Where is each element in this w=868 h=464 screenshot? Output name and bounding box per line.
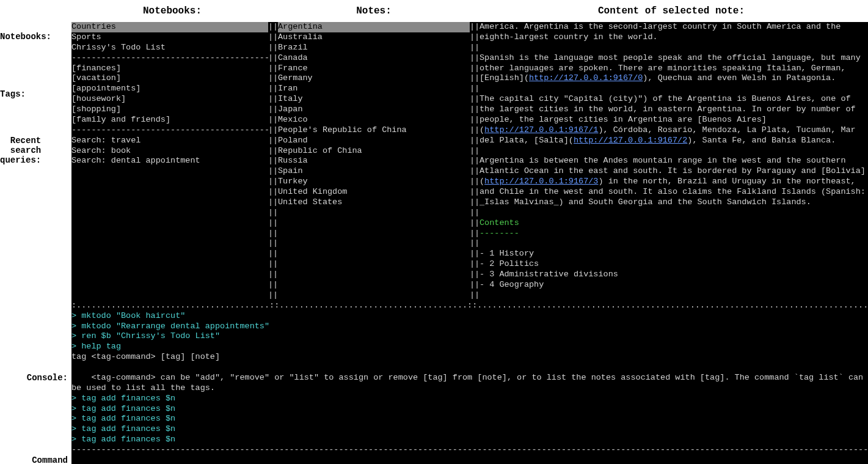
search-history-item[interactable]: Search: travel (71, 136, 268, 146)
console-history-line: > help tag (71, 342, 868, 352)
note-item[interactable]: Mexico (278, 115, 470, 125)
content-para: Argentina is between the Andes mountain … (480, 156, 868, 207)
side-label-console: Console: (0, 311, 71, 445)
note-item[interactable]: United Kingdom (278, 187, 470, 197)
console-help-usage: tag <tag-command> [tag] [note] (71, 352, 868, 363)
note-item[interactable]: People's Republic of China (278, 125, 470, 136)
notebook-item[interactable]: Countries (71, 22, 268, 32)
contents-underline: -------- (480, 229, 868, 239)
note-item[interactable]: Italy (278, 94, 470, 105)
note-item[interactable]: Iran (278, 84, 470, 94)
toc-item[interactable]: - 4 Geography (480, 280, 868, 290)
divider: ---------------------------------------- (71, 125, 268, 136)
note-item[interactable]: United States (278, 197, 470, 208)
command-input[interactable]: > tag add "family and friends" $n (71, 455, 868, 464)
content-para: America. Argentina is the second-largest… (480, 22, 868, 43)
search-history-item[interactable]: Search: dental appointment (71, 156, 268, 166)
content-para: The capital city "Capital (city)") of th… (480, 94, 868, 145)
tag-item[interactable]: [shopping] (71, 105, 268, 115)
console-history-line: > mktodo "Book haircut" (71, 311, 868, 322)
tag-item[interactable]: [housework] (71, 94, 268, 105)
column-headers: Notebooks: Notes: Content of selected no… (0, 0, 868, 22)
contents-heading: Contents (480, 218, 868, 229)
tag-item[interactable]: [finances] (71, 64, 268, 74)
console-history-line: > tag add finances $n (71, 424, 868, 435)
note-item[interactable]: Argentina (278, 22, 470, 32)
header-content: Content of selected note: (475, 5, 868, 17)
column-separator: || || || || || || || || || || || || || |… (268, 22, 278, 301)
toc-item[interactable]: - 2 Politics (480, 259, 868, 270)
tag-item[interactable]: [vacation] (71, 73, 268, 84)
side-label-tags: Tags: (0, 89, 26, 100)
console-history-line: > tag add finances $n (71, 435, 868, 445)
side-label-notebooks: Notebooks: (0, 32, 51, 42)
console-history-line: > mktodo "Rearrange dental appointments" (71, 322, 868, 332)
column-separator: || || || || || || || || || || || || || |… (470, 22, 480, 301)
note-item[interactable]: Brazil (278, 43, 470, 53)
side-label-searches: Recentsearchqueries: (0, 136, 41, 165)
console-output[interactable]: > mktodo "Book haircut"> mktodo "Rearran… (71, 311, 868, 445)
note-item[interactable]: Spain (278, 166, 470, 177)
content-link[interactable]: http://127.0.0.1:9167/2 (574, 136, 687, 145)
note-item[interactable]: Russia (278, 156, 470, 166)
notebook-item[interactable]: Sports (71, 32, 268, 43)
tag-item[interactable]: [family and friends] (71, 115, 268, 125)
notebooks-panel[interactable]: CountriesSportsChrissy's Todo List -----… (71, 22, 268, 301)
content-link[interactable]: http://127.0.0.1:9167/1 (484, 125, 598, 134)
note-item[interactable]: Poland (278, 136, 470, 146)
console-history-line: > tag add finances $n (71, 394, 868, 404)
console-history-line: > tag add finances $n (71, 414, 868, 424)
toc-item[interactable]: - 1 History (480, 249, 868, 259)
note-item[interactable]: Australia (278, 32, 470, 43)
note-item[interactable]: Germany (278, 73, 470, 84)
search-history-item[interactable]: Search: book (71, 146, 268, 157)
note-item[interactable]: Japan (278, 105, 470, 115)
header-notebooks: Notebooks: (71, 5, 273, 17)
note-item[interactable]: Canada (278, 53, 470, 64)
console-history-line: > ren $b "Chrissy's Todo List" (71, 331, 868, 342)
notes-panel[interactable]: ArgentinaAustraliaBrazilCanadaFranceGerm… (278, 22, 470, 301)
content-para: Spanish is the language most people spea… (480, 53, 868, 84)
horizontal-divider: :.......................................… (71, 301, 868, 311)
main-panels: Notebooks: Tags: Recentsearchqueries: Co… (0, 22, 868, 301)
console-history-line: > tag add finances $n (71, 404, 868, 414)
note-item[interactable]: Republic of China (278, 146, 470, 157)
note-item[interactable]: France (278, 64, 470, 74)
content-link[interactable]: http://127.0.0.1:9167/0 (529, 73, 643, 83)
command-line-panel: Commandline: > tag add "family and frien… (0, 455, 868, 464)
horizontal-divider: ----------------------------------------… (71, 445, 868, 455)
notebook-item[interactable]: Chrissy's Todo List (71, 43, 268, 53)
console-panel: Console: > mktodo "Book haircut"> mktodo… (0, 311, 868, 445)
content-panel[interactable]: America. Argentina is the second-largest… (480, 22, 868, 301)
tag-item[interactable]: [appointments] (71, 84, 268, 94)
header-notes: Notes: (273, 5, 475, 17)
note-item[interactable]: Turkey (278, 177, 470, 187)
console-help-desc: <tag-command> can be "add", "remove" or … (71, 373, 868, 394)
content-link[interactable]: http://127.0.0.1:9167/3 (484, 177, 598, 186)
divider: ---------------------------------------- (71, 53, 268, 64)
side-label-command-line: Commandline: (0, 455, 71, 464)
toc-item[interactable]: - 3 Administrative divisions (480, 270, 868, 280)
